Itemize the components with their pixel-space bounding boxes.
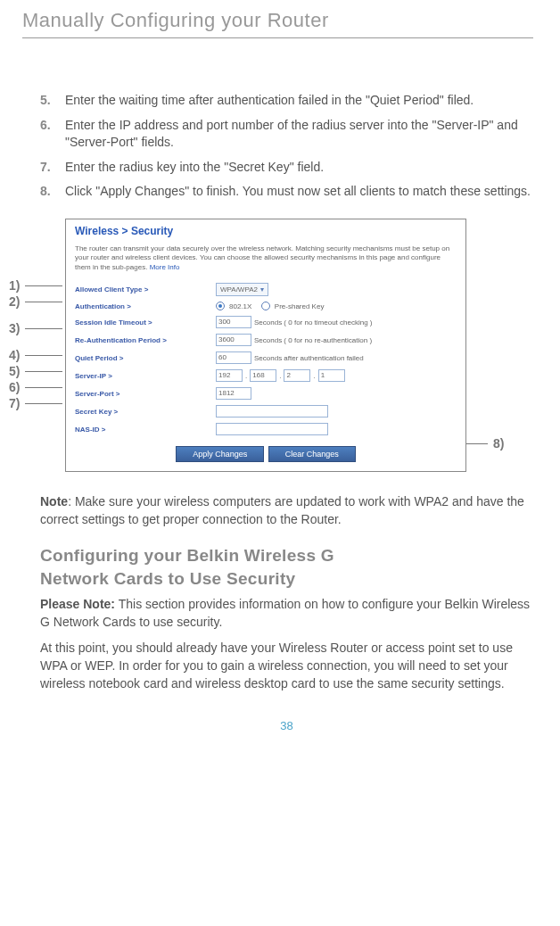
server-port-label: Server-Port > <box>75 390 216 398</box>
callout-3: 3) <box>9 321 20 335</box>
page-number: 38 <box>40 719 533 732</box>
auth-8021x-radio[interactable] <box>216 302 225 310</box>
step-number: 5. <box>40 92 65 110</box>
callout-5: 5) <box>9 364 20 378</box>
apply-changes-button[interactable]: Apply Changes <box>176 446 264 462</box>
please-note: Please Note: This section provides infor… <box>40 596 533 631</box>
security-panel: Wireless > Security The router can trans… <box>65 219 466 472</box>
nas-id-input[interactable] <box>216 423 328 435</box>
callout-1: 1) <box>9 278 20 293</box>
nas-id-label: NAS-ID > <box>75 426 216 434</box>
server-ip-3-input[interactable]: 2 <box>284 369 310 382</box>
step-item: 5. Enter the waiting time after authenti… <box>40 92 533 110</box>
callout-4: 4) <box>9 348 20 362</box>
callout-8: 8) <box>493 436 504 451</box>
step-number: 6. <box>40 117 65 152</box>
section-heading-line1: Configuring your Belkin Wireless G <box>40 546 533 566</box>
step-text: Enter the radius key into the "Secret Ke… <box>65 159 324 177</box>
page-title: Manually Configuring your Router <box>22 9 533 38</box>
server-ip-label: Server-IP > <box>75 372 216 380</box>
panel-title: Wireless > Security <box>75 225 457 237</box>
quiet-period-input[interactable]: 60 <box>216 351 251 364</box>
panel-description: The router can transmit your data secure… <box>75 244 457 272</box>
idle-timeout-label: Session Idle Timeout > <box>75 318 216 327</box>
callout-7: 7) <box>9 396 20 410</box>
server-port-input[interactable]: 1812 <box>216 387 251 400</box>
server-ip-1-input[interactable]: 192 <box>216 369 243 382</box>
reauth-period-input[interactable]: 3600 <box>216 334 251 346</box>
idle-timeout-input[interactable]: 300 <box>216 316 251 328</box>
secret-key-label: Secret Key > <box>75 408 216 416</box>
authentication-label: Authentication > <box>75 302 216 310</box>
screenshot-container: 1) 2) 3) 4) 5) 6) 7) 8) Wireless > Secur… <box>40 219 533 477</box>
section-heading-line2: Network Cards to Use Security <box>40 569 533 589</box>
step-item: 6. Enter the IP address and port number … <box>40 117 533 152</box>
quiet-period-label: Quiet Period > <box>75 354 216 362</box>
allowed-client-select[interactable]: WPA/WPA2▾ <box>216 283 268 296</box>
wpa2-note: Note: Make sure your wireless computers … <box>40 493 533 528</box>
more-info-link[interactable]: More Info <box>150 263 180 271</box>
server-ip-4-input[interactable]: 1 <box>318 369 345 382</box>
step-number: 7. <box>40 159 65 177</box>
allowed-client-label: Allowed Client Type > <box>75 285 216 294</box>
clear-changes-button[interactable]: Clear Changes <box>268 446 356 462</box>
step-number: 8. <box>40 183 65 201</box>
security-paragraph: At this point, you should already have y… <box>40 640 533 692</box>
step-text: Enter the waiting time after authenticat… <box>65 92 474 110</box>
callout-6: 6) <box>9 380 20 394</box>
server-ip-2-input[interactable]: 168 <box>250 369 276 382</box>
step-text: Click "Apply Changes" to finish. You mus… <box>65 183 531 201</box>
step-item: 7. Enter the radius key into the "Secret… <box>40 159 533 177</box>
callout-2: 2) <box>9 294 20 309</box>
step-text: Enter the IP address and port number of … <box>65 117 533 152</box>
secret-key-input[interactable] <box>216 405 328 418</box>
chevron-down-icon: ▾ <box>260 284 264 295</box>
step-list: 5. Enter the waiting time after authenti… <box>40 92 533 201</box>
reauth-period-label: Re-Authentication Period > <box>75 336 216 344</box>
step-item: 8. Click "Apply Changes" to finish. You … <box>40 183 533 201</box>
auth-psk-radio[interactable] <box>261 302 270 310</box>
